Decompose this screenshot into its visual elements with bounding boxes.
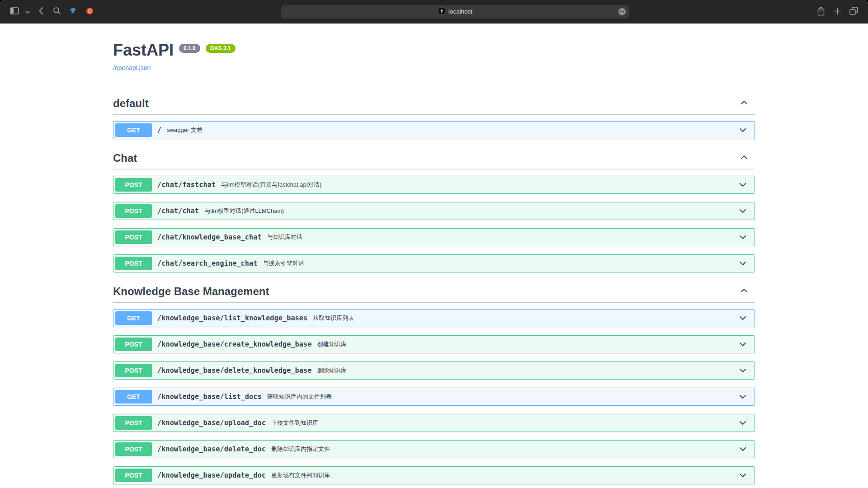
endpoint-row[interactable]: POST /chat/knowledge_base_chat 与知识库对话 bbox=[113, 228, 755, 246]
chevron-down-icon[interactable] bbox=[738, 126, 747, 135]
endpoint-path: /knowledge_base/upload_doc bbox=[157, 419, 266, 427]
new-tab-button[interactable] bbox=[830, 5, 844, 19]
endpoint-row[interactable]: POST /knowledge_base/upload_doc 上传文件到知识库 bbox=[113, 414, 755, 432]
endpoint-path: /knowledge_base/create_knowledge_base bbox=[157, 340, 312, 348]
method-badge: POST bbox=[115, 230, 152, 244]
address-bar[interactable]: localhost bbox=[281, 5, 629, 19]
api-title-text: FastAPI bbox=[113, 41, 174, 60]
extension-button-record[interactable] bbox=[82, 5, 97, 19]
endpoint-row[interactable]: GET /knowledge_base/list_knowledge_bases… bbox=[113, 309, 755, 327]
endpoint-row[interactable]: POST /knowledge_base/delete_doc 删除知识库内指定… bbox=[113, 440, 755, 458]
toolbar-center-group: localhost bbox=[99, 5, 811, 19]
sections-container: default GET / swagger 文档 Chat POST /ch bbox=[113, 93, 755, 488]
method-badge: POST bbox=[115, 257, 152, 270]
swagger-wrapper: FastAPI 0.1.0 OAS 3.1 /openapi.json defa… bbox=[104, 23, 764, 488]
method-badge: POST bbox=[115, 416, 152, 430]
endpoint-path: /knowledge_base/list_docs bbox=[157, 393, 262, 401]
toolbar-left-group bbox=[7, 5, 97, 19]
endpoint-description: 更新现有文件到知识库 bbox=[271, 471, 330, 479]
api-section: Knowledge Base Management GET /knowledge… bbox=[113, 281, 755, 488]
endpoint-summary[interactable]: GET /knowledge_base/list_docs 获取知识库内的文件列… bbox=[113, 388, 755, 405]
endpoint-row[interactable]: POST /chat/search_engine_chat 与搜索引擎对话 bbox=[113, 254, 755, 272]
openapi-spec-link[interactable]: /openapi.json bbox=[113, 64, 151, 71]
method-badge: GET bbox=[115, 311, 152, 325]
method-badge: GET bbox=[115, 390, 152, 404]
endpoint-row[interactable]: POST /knowledge_base/create_knowledge_ba… bbox=[113, 335, 755, 353]
share-button[interactable] bbox=[814, 5, 828, 19]
endpoint-row[interactable]: GET /knowledge_base/list_docs 获取知识库内的文件列… bbox=[113, 388, 755, 406]
method-badge: POST bbox=[115, 442, 152, 456]
endpoint-summary[interactable]: POST /chat/fastchat 与llm模型对话(直接与fastchat… bbox=[113, 176, 755, 193]
endpoint-summary[interactable]: POST /knowledge_base/create_knowledge_ba… bbox=[113, 336, 755, 353]
endpoint-summary[interactable]: POST /chat/chat 与llm模型对话(通过LLMChain) bbox=[113, 202, 755, 220]
chevron-down-icon[interactable] bbox=[738, 340, 747, 349]
search-button[interactable] bbox=[50, 5, 64, 19]
chevron-down-icon[interactable] bbox=[738, 366, 747, 375]
chevron-down-icon[interactable] bbox=[738, 259, 747, 268]
endpoint-row[interactable]: GET / swagger 文档 bbox=[113, 121, 755, 139]
endpoint-list: GET / swagger 文档 bbox=[113, 121, 755, 139]
section-header[interactable]: default bbox=[113, 93, 755, 115]
endpoint-description: 与知识库对话 bbox=[267, 233, 302, 241]
version-badge: 0.1.0 bbox=[179, 44, 200, 53]
endpoint-summary[interactable]: POST /knowledge_base/delete_knowledge_ba… bbox=[113, 362, 755, 379]
chevron-up-icon[interactable] bbox=[740, 152, 749, 164]
chevron-down-icon[interactable] bbox=[738, 445, 747, 454]
endpoint-description: 与llm模型对话(直接与fastchat api对话) bbox=[221, 181, 321, 189]
back-icon bbox=[38, 7, 43, 16]
endpoint-summary[interactable]: POST /chat/search_engine_chat 与搜索引擎对话 bbox=[113, 255, 755, 272]
section-header[interactable]: Chat bbox=[113, 147, 755, 169]
chevron-up-icon[interactable] bbox=[740, 97, 749, 110]
chevron-up-icon[interactable] bbox=[740, 285, 749, 298]
endpoint-summary[interactable]: GET /knowledge_base/list_knowledge_bases… bbox=[113, 310, 755, 327]
chevron-down-icon bbox=[25, 8, 30, 15]
swagger-page: FastAPI 0.1.0 OAS 3.1 /openapi.json defa… bbox=[0, 23, 868, 488]
endpoint-path: /knowledge_base/delete_doc bbox=[157, 445, 266, 453]
method-badge: POST bbox=[115, 364, 152, 377]
section-title: Knowledge Base Management bbox=[113, 285, 269, 298]
chevron-down-icon[interactable] bbox=[738, 471, 747, 480]
section-header[interactable]: Knowledge Base Management bbox=[113, 281, 755, 303]
endpoint-path: /chat/chat bbox=[157, 207, 199, 215]
endpoint-summary[interactable]: POST /chat/knowledge_base_chat 与知识库对话 bbox=[113, 229, 755, 246]
method-badge: POST bbox=[115, 338, 152, 351]
oas-badge: OAS 3.1 bbox=[206, 44, 236, 53]
chevron-down-icon[interactable] bbox=[738, 418, 747, 427]
endpoint-path: /chat/search_engine_chat bbox=[157, 259, 258, 267]
sidebar-menu-button[interactable] bbox=[24, 5, 32, 19]
endpoint-row[interactable]: POST /knowledge_base/update_doc 更新现有文件到知… bbox=[113, 466, 755, 484]
endpoint-row[interactable]: POST /chat/fastchat 与llm模型对话(直接与fastchat… bbox=[113, 176, 755, 194]
endpoint-description: 获取知识库列表 bbox=[313, 314, 354, 322]
page-title: FastAPI 0.1.0 OAS 3.1 bbox=[113, 41, 755, 60]
endpoint-path: /chat/fastchat bbox=[157, 181, 216, 189]
endpoint-list: POST /chat/fastchat 与llm模型对话(直接与fastchat… bbox=[113, 176, 755, 272]
chevron-down-icon[interactable] bbox=[738, 233, 747, 242]
endpoint-summary[interactable]: POST /knowledge_base/delete_doc 删除知识库内指定… bbox=[113, 441, 755, 458]
endpoint-summary[interactable]: GET / swagger 文档 bbox=[113, 122, 755, 139]
sidebar-toggle-button[interactable] bbox=[7, 5, 22, 19]
method-badge: POST bbox=[115, 204, 152, 218]
endpoint-summary[interactable]: POST /knowledge_base/upload_doc 上传文件到知识库 bbox=[113, 414, 755, 432]
chevron-down-icon[interactable] bbox=[738, 392, 747, 401]
endpoint-description: 上传文件到知识库 bbox=[271, 419, 318, 427]
endpoint-description: 与搜索引擎对话 bbox=[263, 259, 304, 267]
section-title: default bbox=[113, 97, 149, 110]
back-button[interactable] bbox=[33, 5, 48, 19]
endpoint-row[interactable]: POST /chat/chat 与llm模型对话(通过LLMChain) bbox=[113, 202, 755, 220]
chevron-down-icon[interactable] bbox=[738, 206, 747, 216]
address-text: localhost bbox=[448, 8, 472, 15]
new-tab-icon bbox=[834, 7, 841, 16]
endpoint-description: 获取知识库内的文件列表 bbox=[267, 393, 332, 401]
tab-overview-button[interactable] bbox=[846, 5, 861, 19]
endpoint-summary[interactable]: POST /knowledge_base/update_doc 更新现有文件到知… bbox=[113, 467, 755, 484]
endpoint-row[interactable]: POST /knowledge_base/delete_knowledge_ba… bbox=[113, 361, 755, 380]
endpoint-list: GET /knowledge_base/list_knowledge_bases… bbox=[113, 309, 755, 488]
chevron-down-icon[interactable] bbox=[738, 180, 747, 189]
endpoint-description: 删除知识库 bbox=[317, 366, 347, 375]
method-badge: GET bbox=[115, 123, 152, 137]
chevron-down-icon[interactable] bbox=[738, 314, 747, 323]
page-options-icon[interactable] bbox=[618, 8, 626, 18]
bird-extension-icon bbox=[69, 7, 77, 16]
extension-button-blue[interactable] bbox=[66, 5, 80, 19]
endpoint-path: /knowledge_base/delete_knowledge_base bbox=[157, 366, 312, 375]
